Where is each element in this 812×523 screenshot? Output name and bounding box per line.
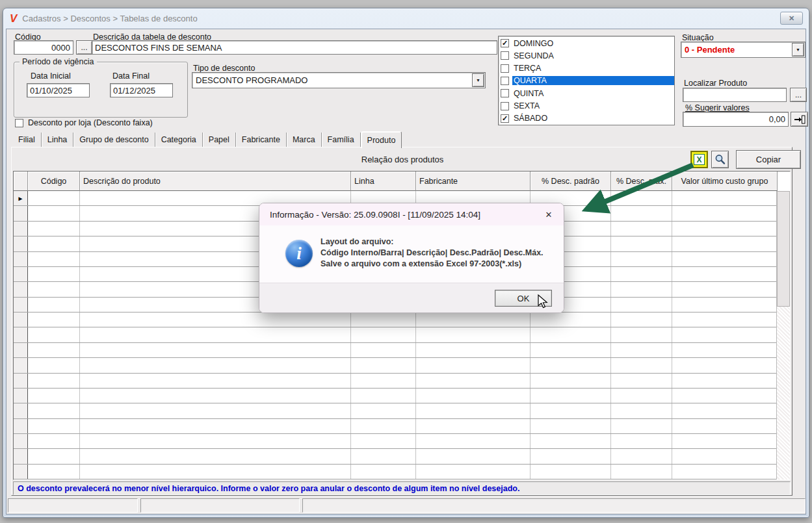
table-cell[interactable]: [80, 465, 351, 479]
desconto-loja-checkbox[interactable]: ✓ Desconto por loja (Desconto faixa): [15, 118, 153, 127]
window-close-button[interactable]: ✕: [780, 12, 803, 25]
table-cell[interactable]: [28, 419, 80, 433]
table-cell[interactable]: [28, 389, 80, 403]
table-cell[interactable]: [672, 282, 778, 296]
table-cell[interactable]: [28, 313, 80, 327]
column-header[interactable]: Valor último custo grupo: [672, 172, 778, 191]
table-cell[interactable]: [611, 267, 672, 281]
checkbox-unchecked-icon[interactable]: ✓: [15, 119, 23, 127]
table-cell[interactable]: [351, 419, 416, 433]
column-header[interactable]: % Desc. máx.: [611, 172, 672, 191]
table-cell[interactable]: [530, 389, 611, 403]
table-cell[interactable]: [611, 327, 672, 342]
column-header[interactable]: % Desc. padrão: [530, 172, 611, 191]
table-cell[interactable]: [611, 374, 672, 388]
table-cell[interactable]: [672, 222, 778, 236]
table-cell[interactable]: [611, 236, 672, 251]
table-row[interactable]: [14, 374, 790, 389]
table-cell[interactable]: [611, 252, 672, 266]
table-row[interactable]: [14, 434, 790, 449]
table-cell[interactable]: [672, 191, 778, 205]
table-cell[interactable]: [28, 236, 80, 251]
table-cell[interactable]: [28, 374, 80, 388]
table-cell[interactable]: [28, 358, 80, 372]
data-final-field[interactable]: 01/12/2025: [110, 83, 173, 97]
table-cell[interactable]: [611, 313, 672, 327]
table-cell[interactable]: [611, 449, 672, 463]
table-cell[interactable]: [28, 465, 80, 479]
table-cell[interactable]: [672, 374, 778, 388]
tab-linha[interactable]: Linha: [42, 133, 74, 147]
table-cell[interactable]: [672, 358, 778, 372]
checkbox-unchecked-icon[interactable]: ✓: [501, 77, 509, 85]
weekday-item[interactable]: ✓TERÇA: [499, 62, 674, 75]
copiar-button[interactable]: Copiar: [736, 150, 801, 169]
weekday-item[interactable]: ✓SEXTA: [499, 99, 674, 112]
table-cell[interactable]: [611, 298, 672, 312]
table-cell[interactable]: [351, 389, 416, 403]
table-cell[interactable]: [611, 403, 672, 418]
table-cell[interactable]: [28, 403, 80, 418]
export-excel-button[interactable]: X: [690, 151, 708, 168]
table-cell[interactable]: [80, 389, 351, 403]
table-cell[interactable]: [80, 434, 351, 448]
column-header[interactable]: Código: [28, 172, 80, 191]
checkbox-unchecked-icon[interactable]: ✓: [501, 64, 509, 73]
table-cell[interactable]: [28, 282, 80, 296]
table-cell[interactable]: [611, 358, 672, 372]
tab-produto[interactable]: Produto: [361, 131, 402, 148]
table-row[interactable]: [14, 327, 790, 342]
tab-papel[interactable]: Papel: [203, 133, 236, 147]
table-row[interactable]: [14, 419, 790, 434]
table-cell[interactable]: [530, 327, 611, 342]
table-cell[interactable]: [80, 343, 351, 357]
table-row[interactable]: [14, 465, 790, 479]
table-cell[interactable]: [351, 358, 416, 372]
table-cell[interactable]: [80, 313, 351, 327]
table-cell[interactable]: [28, 327, 80, 342]
table-cell[interactable]: [28, 222, 80, 236]
checkbox-checked-icon[interactable]: ✓: [501, 114, 509, 123]
table-cell[interactable]: [351, 374, 416, 388]
data-inicial-field[interactable]: 01/10/2025: [27, 83, 90, 97]
column-header[interactable]: Descrição do produto: [80, 172, 351, 191]
table-cell[interactable]: [416, 389, 530, 403]
table-cell[interactable]: [416, 419, 530, 433]
table-cell[interactable]: [351, 449, 416, 463]
table-cell[interactable]: [672, 343, 778, 357]
table-cell[interactable]: [672, 236, 778, 251]
table-cell[interactable]: [611, 282, 672, 296]
table-cell[interactable]: [80, 419, 351, 433]
table-cell[interactable]: [672, 298, 778, 312]
table-cell[interactable]: [611, 434, 672, 448]
table-cell[interactable]: [416, 465, 530, 479]
sugerir-valores-field[interactable]: 0,00: [683, 112, 789, 127]
table-cell[interactable]: [80, 449, 351, 463]
table-cell[interactable]: [28, 449, 80, 463]
tab-grupo-de-desconto[interactable]: Grupo de desconto: [73, 133, 155, 147]
table-cell[interactable]: [80, 374, 351, 388]
weekday-item[interactable]: ✓SÁBADO: [499, 112, 674, 125]
tab-fabricante[interactable]: Fabricante: [236, 133, 287, 147]
weekday-item[interactable]: ✓SEGUNDA: [499, 49, 674, 62]
table-cell[interactable]: [672, 419, 778, 433]
table-cell[interactable]: [530, 465, 611, 479]
codigo-browse-button[interactable]: ...: [76, 40, 92, 55]
tipo-desconto-dropdown-button[interactable]: ▼: [472, 73, 484, 87]
table-cell[interactable]: [611, 191, 672, 205]
localizar-produto-field[interactable]: [683, 88, 787, 102]
table-cell[interactable]: [672, 449, 778, 463]
table-row[interactable]: [14, 343, 790, 358]
table-cell[interactable]: [351, 343, 416, 357]
table-cell[interactable]: [28, 267, 80, 281]
column-header[interactable]: Fabricante: [416, 172, 530, 191]
localizar-browse-button[interactable]: ...: [790, 88, 807, 102]
table-cell[interactable]: [672, 206, 778, 220]
table-cell[interactable]: [672, 403, 778, 418]
table-cell[interactable]: [611, 419, 672, 433]
table-cell[interactable]: [351, 313, 416, 327]
table-cell[interactable]: [530, 343, 611, 357]
table-cell[interactable]: [416, 449, 530, 463]
weekday-item[interactable]: ✓QUARTA: [499, 75, 674, 87]
tipo-desconto-select[interactable]: DESCONTO PROGRAMADO ▼: [192, 72, 486, 88]
